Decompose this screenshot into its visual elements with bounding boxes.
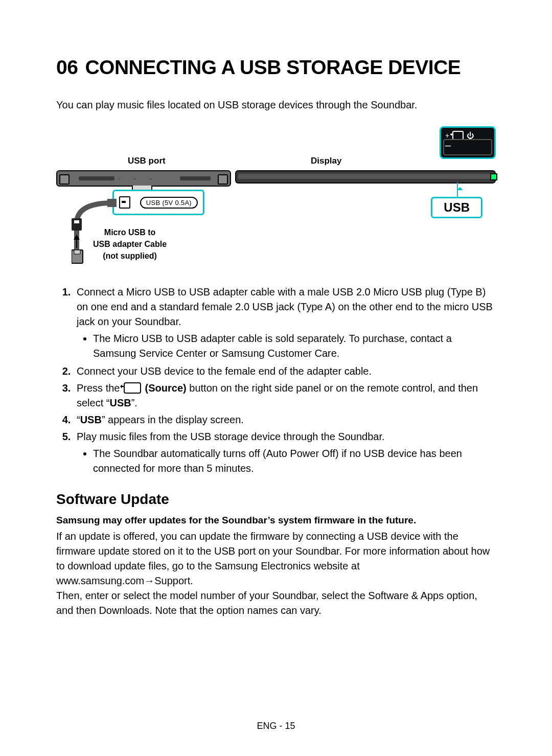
page-footer: ENG - 15 (0, 721, 552, 731)
step-5: Play music files from the USB storage de… (74, 429, 496, 476)
svg-rect-0 (107, 199, 117, 207)
step-1-note: The Micro USB to USB adapter cable is so… (93, 331, 496, 361)
soundbar-back-icon: • • • (56, 170, 231, 187)
section-title-text: CONNECTING A USB STORAGE DEVICE (85, 56, 461, 78)
micro-usb-port-icon (119, 196, 130, 209)
source-button-icon (124, 382, 141, 394)
step-5-note: The Soundbar automatically turns off (Au… (93, 446, 496, 476)
remote-power-icon: ⏻ (467, 131, 474, 140)
svg-rect-6 (74, 250, 80, 254)
step-2: Connect your USB device to the female en… (74, 364, 496, 379)
step-1: Connect a Micro USB to USB adapter cable… (74, 285, 496, 361)
remote-control-icon: + ⏻ – (440, 126, 496, 159)
intro-text: You can play music files located on USB … (56, 99, 496, 111)
step-4: “USB” appears in the display screen. (74, 413, 496, 427)
soundbar-front-icon (235, 170, 496, 184)
instruction-list: Connect a Micro USB to USB adapter cable… (56, 285, 496, 476)
label-usb-port: USB port (128, 156, 166, 166)
soundbar-side-button-icon (490, 173, 497, 180)
step-3: Press the (Source) button on the right s… (74, 381, 496, 410)
label-adapter-cable: Micro USB to USB adapter Cable (not supp… (93, 226, 167, 262)
label-display: Display (311, 156, 341, 166)
section-heading: 06CONNECTING A USB STORAGE DEVICE (56, 56, 496, 79)
arrow-icon: → (144, 575, 154, 586)
software-update-body: If an update is offered, you can update … (56, 529, 496, 618)
svg-rect-2 (74, 220, 79, 223)
usb-display-callout: USB (431, 197, 482, 218)
connection-diagram: USB port Display + ⏻ – • • • USB (5V 0.5… (56, 126, 496, 274)
section-number: 06 (56, 56, 78, 78)
usb-port-zoom: USB (5V 0.5A) (112, 190, 204, 215)
software-update-lead: Samsung may offer updates for the Soundb… (56, 515, 496, 526)
svg-rect-1 (72, 218, 82, 231)
usb-port-badge: USB (5V 0.5A) (140, 197, 198, 209)
software-update-heading: Software Update (56, 491, 496, 508)
